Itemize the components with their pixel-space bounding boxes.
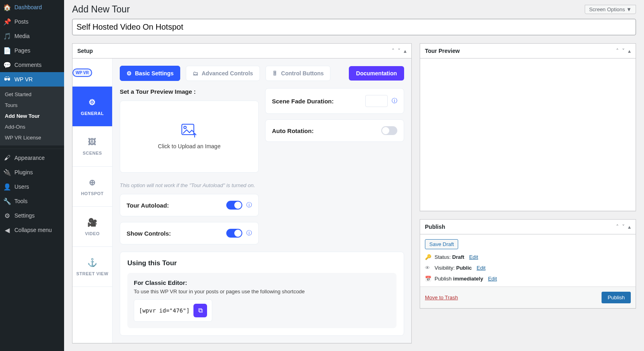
info-icon[interactable]: ⓘ — [246, 230, 252, 237]
auto-rotation-label: Auto Rotation: — [272, 127, 314, 134]
chevron-down-icon[interactable]: ˅ — [398, 48, 400, 54]
vr-icon: 🕶 — [3, 75, 11, 83]
visibility-value: Public — [456, 265, 472, 271]
chevron-up-icon[interactable]: ˄ — [392, 48, 394, 54]
show-controls-label: Show Controls: — [127, 230, 171, 237]
menu-settings[interactable]: ⚙ Settings — [0, 208, 64, 223]
nav-hotspot[interactable]: ⊕ HOTSPOT — [72, 167, 112, 207]
upload-image-icon — [181, 124, 197, 138]
gear-icon: ⚙ — [127, 70, 132, 77]
caret-up-icon[interactable]: ▴ — [628, 48, 631, 54]
admin-sidebar: 🏠 Dashboard 📌 Posts 🎵 Media 📄 Pages 💬 Co… — [0, 0, 64, 351]
tab-label: Control Buttons — [281, 70, 324, 77]
publish-title: Publish — [425, 224, 445, 230]
info-icon[interactable]: ⓘ — [392, 97, 397, 105]
menu-posts[interactable]: 📌 Posts — [0, 14, 64, 29]
gear-icon: ⚙ — [89, 97, 96, 107]
auto-rotation-toggle[interactable] — [381, 126, 397, 135]
setup-vertical-nav: WP VR ⚙ GENERAL 🖼 SCENES ⊕ — [72, 58, 113, 343]
menu-label: Settings — [14, 212, 35, 219]
nav-label: SCENES — [83, 151, 102, 155]
chevron-up-icon[interactable]: ˄ — [616, 224, 619, 230]
submenu-license[interactable]: WP VR License — [0, 132, 64, 143]
menu-label: Media — [14, 33, 30, 39]
using-title: Using this Tour — [127, 259, 396, 267]
menu-comments[interactable]: 💬 Comments — [0, 58, 64, 72]
menu-wpvr[interactable]: 🕶 WP VR — [0, 72, 64, 87]
upload-helper-text: This option will not work if the "Tour A… — [120, 182, 259, 188]
tab-control-buttons[interactable]: 🎚 Control Buttons — [266, 66, 331, 81]
preview-image-label: Set a Tour Preview Image : — [120, 88, 259, 95]
tour-autoload-toggle[interactable] — [226, 201, 242, 210]
upload-text: Click to Upload an Image — [158, 143, 220, 149]
dashboard-icon: 🏠 — [3, 3, 11, 11]
tour-autoload-label: Tour Autoload: — [127, 202, 169, 209]
publish-button[interactable]: Publish — [602, 292, 631, 303]
svg-point-1 — [184, 126, 186, 129]
nav-scenes[interactable]: 🖼 SCENES — [72, 127, 112, 167]
menu-separator — [0, 147, 64, 149]
move-to-trash-link[interactable]: Move to Trash — [425, 295, 458, 301]
caret-up-icon[interactable]: ▴ — [404, 48, 407, 54]
save-draft-button[interactable]: Save Draft — [425, 239, 458, 249]
schedule-row: 📅 Publish immediately Edit — [425, 276, 631, 282]
tab-basic-settings[interactable]: ⚙ Basic Settings — [120, 66, 180, 81]
info-icon[interactable]: ⓘ — [246, 202, 252, 209]
submenu-get-started[interactable]: Get Started — [0, 89, 64, 100]
tour-preview-title: Tour Preview — [425, 48, 460, 54]
settings-icon: ⚙ — [3, 212, 11, 220]
setup-postbox: Setup ˄ ˅ ▴ WP VR — [72, 43, 412, 343]
using-subtitle: For Classic Editor: — [134, 279, 390, 286]
menu-label: Plugins — [14, 169, 33, 176]
auto-rotation-row: Auto Rotation: — [265, 119, 404, 142]
chevron-up-icon[interactable]: ˄ — [616, 48, 619, 54]
setup-title: Setup — [77, 48, 93, 54]
submenu-addons[interactable]: Add-Ons — [0, 121, 64, 132]
collapse-icon: ◀ — [3, 226, 11, 234]
image-icon: 🖼 — [88, 137, 97, 147]
copy-button[interactable]: ⧉ — [193, 304, 207, 317]
nav-general[interactable]: ⚙ GENERAL — [72, 87, 112, 127]
menu-pages[interactable]: 📄 Pages — [0, 43, 64, 58]
menu-dashboard[interactable]: 🏠 Dashboard — [0, 0, 64, 14]
menu-collapse[interactable]: ◀ Collapse menu — [0, 223, 64, 237]
tour-autoload-row: Tour Autoload: ⓘ — [120, 194, 259, 216]
sliders-icon: 🎚 — [272, 70, 278, 77]
edit-status-link[interactable]: Edit — [469, 254, 478, 260]
media-icon: 🎵 — [3, 32, 11, 40]
schedule-value: immediately — [453, 276, 483, 282]
documentation-button[interactable]: Documentation — [349, 66, 404, 81]
menu-media[interactable]: 🎵 Media — [0, 29, 64, 43]
submenu-add-new-tour[interactable]: Add New Tour — [0, 111, 64, 121]
wpvr-submenu: Get Started Tours Add New Tour Add-Ons W… — [0, 87, 64, 145]
preview-image-uploader[interactable]: Click to Upload an Image — [120, 101, 259, 173]
menu-appearance[interactable]: 🖌 Appearance — [0, 151, 64, 165]
tour-title-input[interactable] — [72, 19, 636, 35]
tab-advanced-controls[interactable]: 🗂 Advanced Controls — [186, 66, 260, 81]
chevron-down-icon[interactable]: ˅ — [622, 224, 625, 230]
nav-label: STREET VIEW — [76, 271, 108, 276]
show-controls-row: Show Controls: ⓘ — [120, 222, 259, 244]
menu-plugins[interactable]: 🔌 Plugins — [0, 165, 64, 180]
nav-street-view[interactable]: ⚓ STREET VIEW — [72, 247, 112, 287]
edit-schedule-link[interactable]: Edit — [488, 276, 497, 282]
submenu-tours[interactable]: Tours — [0, 100, 64, 111]
nav-video[interactable]: 🎥 VIDEO — [72, 207, 112, 247]
scene-fade-row: Scene Fade Duration: ⓘ — [265, 88, 404, 114]
edit-visibility-link[interactable]: Edit — [477, 265, 485, 271]
scene-fade-label: Scene Fade Duration: — [272, 98, 334, 105]
visibility-row: 👁 Visibility: Public Edit — [425, 265, 631, 271]
chevron-down-icon[interactable]: ˅ — [622, 48, 625, 54]
scene-fade-input[interactable] — [365, 95, 388, 107]
using-description: To use this WP VR tour in your posts or … — [134, 288, 390, 295]
menu-users[interactable]: 👤 Users — [0, 180, 64, 194]
schedule-label: Publish — [435, 276, 452, 282]
status-row: 🔑 Status: Draft Edit — [425, 254, 631, 260]
screen-options-button[interactable]: Screen Options ▼ — [585, 5, 636, 14]
show-controls-toggle[interactable] — [226, 229, 242, 238]
menu-label: Collapse menu — [14, 227, 52, 233]
caret-up-icon[interactable]: ▴ — [628, 224, 631, 230]
menu-tools[interactable]: 🔧 Tools — [0, 194, 64, 208]
menu-label: Users — [14, 184, 29, 190]
status-value: Draft — [452, 254, 464, 260]
